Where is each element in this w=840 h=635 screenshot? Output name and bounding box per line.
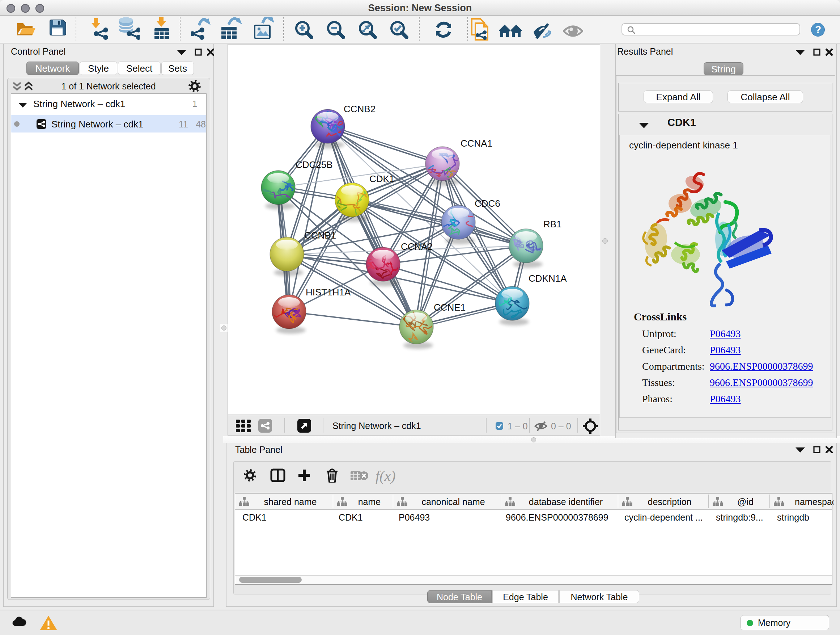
- svg-text:CCNE1: CCNE1: [434, 302, 466, 313]
- svg-text:CDKN1A: CDKN1A: [529, 273, 567, 284]
- svg-text:CCNB1: CCNB1: [304, 230, 336, 241]
- svg-text:CDC25B: CDC25B: [295, 159, 333, 170]
- svg-text:RB1: RB1: [543, 219, 562, 230]
- svg-text:CCNA1: CCNA1: [461, 138, 493, 149]
- svg-text:CDK1: CDK1: [369, 173, 394, 184]
- svg-text:HIST1H1A: HIST1H1A: [306, 287, 351, 298]
- svg-text:CCNB2: CCNB2: [344, 103, 376, 114]
- svg-text:CDC6: CDC6: [475, 198, 500, 209]
- svg-text:CCNA2: CCNA2: [401, 241, 433, 252]
